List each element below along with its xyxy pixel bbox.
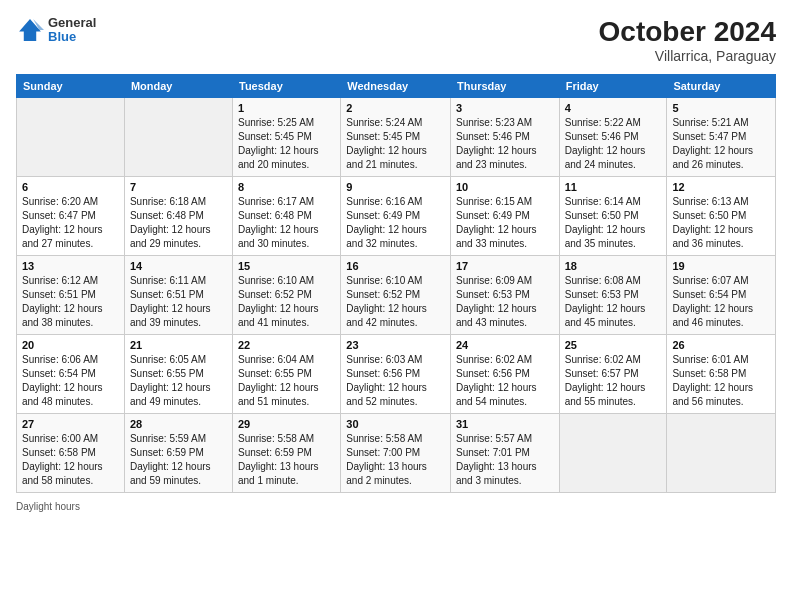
day-info: Sunrise: 6:04 AM Sunset: 6:55 PM Dayligh… [238,353,335,409]
weekday-header-sunday: Sunday [17,75,125,98]
calendar-cell: 3Sunrise: 5:23 AM Sunset: 5:46 PM Daylig… [450,98,559,177]
calendar-header: SundayMondayTuesdayWednesdayThursdayFrid… [17,75,776,98]
day-info: Sunrise: 5:24 AM Sunset: 5:45 PM Dayligh… [346,116,445,172]
day-number: 11 [565,181,662,193]
day-number: 21 [130,339,227,351]
day-number: 2 [346,102,445,114]
calendar-cell: 29Sunrise: 5:58 AM Sunset: 6:59 PM Dayli… [233,414,341,493]
day-info: Sunrise: 5:58 AM Sunset: 7:00 PM Dayligh… [346,432,445,488]
calendar-cell: 28Sunrise: 5:59 AM Sunset: 6:59 PM Dayli… [124,414,232,493]
logo: General Blue [16,16,96,45]
weekday-header-thursday: Thursday [450,75,559,98]
day-number: 3 [456,102,554,114]
calendar-cell [124,98,232,177]
calendar-cell: 12Sunrise: 6:13 AM Sunset: 6:50 PM Dayli… [667,177,776,256]
calendar-cell: 19Sunrise: 6:07 AM Sunset: 6:54 PM Dayli… [667,256,776,335]
calendar-cell: 21Sunrise: 6:05 AM Sunset: 6:55 PM Dayli… [124,335,232,414]
weekday-header-tuesday: Tuesday [233,75,341,98]
calendar-week-4: 20Sunrise: 6:06 AM Sunset: 6:54 PM Dayli… [17,335,776,414]
weekday-header-wednesday: Wednesday [341,75,451,98]
calendar-cell: 6Sunrise: 6:20 AM Sunset: 6:47 PM Daylig… [17,177,125,256]
logo-general: General [48,16,96,30]
day-number: 19 [672,260,770,272]
calendar-cell [17,98,125,177]
day-number: 12 [672,181,770,193]
calendar-body: 1Sunrise: 5:25 AM Sunset: 5:45 PM Daylig… [17,98,776,493]
day-number: 10 [456,181,554,193]
day-info: Sunrise: 5:59 AM Sunset: 6:59 PM Dayligh… [130,432,227,488]
day-number: 4 [565,102,662,114]
calendar-cell: 17Sunrise: 6:09 AM Sunset: 6:53 PM Dayli… [450,256,559,335]
day-info: Sunrise: 6:01 AM Sunset: 6:58 PM Dayligh… [672,353,770,409]
weekday-header-friday: Friday [559,75,667,98]
day-number: 27 [22,418,119,430]
day-info: Sunrise: 6:07 AM Sunset: 6:54 PM Dayligh… [672,274,770,330]
calendar-cell: 24Sunrise: 6:02 AM Sunset: 6:56 PM Dayli… [450,335,559,414]
calendar-cell: 26Sunrise: 6:01 AM Sunset: 6:58 PM Dayli… [667,335,776,414]
day-info: Sunrise: 5:22 AM Sunset: 5:46 PM Dayligh… [565,116,662,172]
calendar-cell: 1Sunrise: 5:25 AM Sunset: 5:45 PM Daylig… [233,98,341,177]
calendar-cell: 13Sunrise: 6:12 AM Sunset: 6:51 PM Dayli… [17,256,125,335]
day-info: Sunrise: 6:02 AM Sunset: 6:56 PM Dayligh… [456,353,554,409]
calendar-week-5: 27Sunrise: 6:00 AM Sunset: 6:58 PM Dayli… [17,414,776,493]
day-info: Sunrise: 5:25 AM Sunset: 5:45 PM Dayligh… [238,116,335,172]
day-number: 15 [238,260,335,272]
calendar-cell: 18Sunrise: 6:08 AM Sunset: 6:53 PM Dayli… [559,256,667,335]
calendar-cell: 11Sunrise: 6:14 AM Sunset: 6:50 PM Dayli… [559,177,667,256]
day-info: Sunrise: 5:57 AM Sunset: 7:01 PM Dayligh… [456,432,554,488]
calendar-cell: 20Sunrise: 6:06 AM Sunset: 6:54 PM Dayli… [17,335,125,414]
day-info: Sunrise: 6:14 AM Sunset: 6:50 PM Dayligh… [565,195,662,251]
calendar-cell: 10Sunrise: 6:15 AM Sunset: 6:49 PM Dayli… [450,177,559,256]
calendar-week-1: 1Sunrise: 5:25 AM Sunset: 5:45 PM Daylig… [17,98,776,177]
logo-icon [16,16,44,44]
day-number: 7 [130,181,227,193]
calendar-cell: 25Sunrise: 6:02 AM Sunset: 6:57 PM Dayli… [559,335,667,414]
day-info: Sunrise: 6:08 AM Sunset: 6:53 PM Dayligh… [565,274,662,330]
calendar-cell: 8Sunrise: 6:17 AM Sunset: 6:48 PM Daylig… [233,177,341,256]
logo-text: General Blue [48,16,96,45]
calendar-cell: 15Sunrise: 6:10 AM Sunset: 6:52 PM Dayli… [233,256,341,335]
day-info: Sunrise: 5:21 AM Sunset: 5:47 PM Dayligh… [672,116,770,172]
calendar-cell: 5Sunrise: 5:21 AM Sunset: 5:47 PM Daylig… [667,98,776,177]
day-number: 16 [346,260,445,272]
day-number: 31 [456,418,554,430]
calendar-cell [667,414,776,493]
day-number: 14 [130,260,227,272]
weekday-header-saturday: Saturday [667,75,776,98]
title-block: October 2024 Villarrica, Paraguay [599,16,776,64]
calendar-cell: 14Sunrise: 6:11 AM Sunset: 6:51 PM Dayli… [124,256,232,335]
day-info: Sunrise: 5:23 AM Sunset: 5:46 PM Dayligh… [456,116,554,172]
day-info: Sunrise: 6:10 AM Sunset: 6:52 PM Dayligh… [238,274,335,330]
day-number: 13 [22,260,119,272]
day-number: 8 [238,181,335,193]
calendar-week-2: 6Sunrise: 6:20 AM Sunset: 6:47 PM Daylig… [17,177,776,256]
calendar-cell: 30Sunrise: 5:58 AM Sunset: 7:00 PM Dayli… [341,414,451,493]
day-number: 22 [238,339,335,351]
day-info: Sunrise: 6:06 AM Sunset: 6:54 PM Dayligh… [22,353,119,409]
day-number: 23 [346,339,445,351]
day-info: Sunrise: 6:15 AM Sunset: 6:49 PM Dayligh… [456,195,554,251]
day-number: 26 [672,339,770,351]
day-info: Sunrise: 6:11 AM Sunset: 6:51 PM Dayligh… [130,274,227,330]
calendar-cell: 7Sunrise: 6:18 AM Sunset: 6:48 PM Daylig… [124,177,232,256]
calendar-cell: 2Sunrise: 5:24 AM Sunset: 5:45 PM Daylig… [341,98,451,177]
header: General Blue October 2024 Villarrica, Pa… [16,16,776,64]
day-number: 30 [346,418,445,430]
month-year-title: October 2024 [599,16,776,48]
day-info: Sunrise: 6:16 AM Sunset: 6:49 PM Dayligh… [346,195,445,251]
day-info: Sunrise: 6:09 AM Sunset: 6:53 PM Dayligh… [456,274,554,330]
day-info: Sunrise: 6:17 AM Sunset: 6:48 PM Dayligh… [238,195,335,251]
calendar-cell: 4Sunrise: 5:22 AM Sunset: 5:46 PM Daylig… [559,98,667,177]
calendar-cell: 22Sunrise: 6:04 AM Sunset: 6:55 PM Dayli… [233,335,341,414]
weekday-header-row: SundayMondayTuesdayWednesdayThursdayFrid… [17,75,776,98]
day-info: Sunrise: 6:13 AM Sunset: 6:50 PM Dayligh… [672,195,770,251]
weekday-header-monday: Monday [124,75,232,98]
day-number: 28 [130,418,227,430]
calendar-table: SundayMondayTuesdayWednesdayThursdayFrid… [16,74,776,493]
day-info: Sunrise: 6:05 AM Sunset: 6:55 PM Dayligh… [130,353,227,409]
day-info: Sunrise: 6:20 AM Sunset: 6:47 PM Dayligh… [22,195,119,251]
day-info: Sunrise: 6:10 AM Sunset: 6:52 PM Dayligh… [346,274,445,330]
day-info: Sunrise: 6:02 AM Sunset: 6:57 PM Dayligh… [565,353,662,409]
day-number: 9 [346,181,445,193]
calendar-week-3: 13Sunrise: 6:12 AM Sunset: 6:51 PM Dayli… [17,256,776,335]
